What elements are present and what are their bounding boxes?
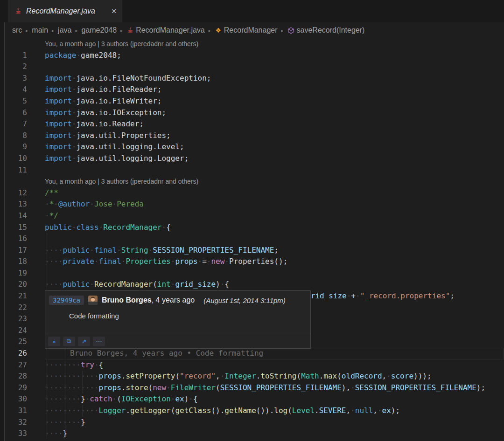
line-number[interactable]: 8	[0, 130, 45, 142]
code-line-12[interactable]: /**	[45, 187, 504, 199]
breadcrumb-item-main[interactable]: main	[32, 26, 48, 34]
breadcrumb-item-java[interactable]: java	[58, 26, 71, 34]
hover-commit-row: 32949ca Bruno Borges, 4 years ago (Augus…	[45, 291, 310, 305]
line-number[interactable]: 23	[0, 313, 45, 325]
breadcrumb-separator-icon: ▸	[120, 28, 123, 33]
code-line-20[interactable]: ····public·RecordManager(int·grid_size)·…	[45, 279, 504, 290]
code-line-15[interactable]: public·class·RecordManager·{	[45, 222, 504, 234]
open-commit-button[interactable]: ↗	[78, 337, 90, 346]
indent-guide	[65, 371, 65, 382]
line-number[interactable]: 17	[0, 245, 45, 256]
codelens-blame[interactable]: You, a month ago | 3 authors (jperedadnr…	[0, 38, 504, 50]
editor-row-31: 31············Logger.getLogger(getClass(…	[0, 405, 504, 417]
commit-hash-badge[interactable]: 32949ca	[49, 296, 84, 305]
line-number[interactable]: 6	[0, 107, 45, 119]
indent-guide	[83, 382, 83, 394]
code-editor[interactable]: You, a month ago | 3 authors (jperedadnr…	[0, 38, 504, 441]
code-line-3[interactable]: import·java.io.FileNotFoundException;	[45, 73, 504, 84]
line-number[interactable]: 25	[0, 336, 45, 348]
line-number[interactable]: 28	[0, 371, 45, 382]
line-number[interactable]: 24	[0, 325, 45, 337]
indent-guide	[65, 393, 65, 405]
editor-row-28: 28············props.setProperty("record"…	[0, 371, 504, 382]
code-line-18[interactable]: ····private·final·Properties·props·=·new…	[45, 256, 504, 268]
tab-bar: RecordManager.java ✕	[0, 0, 504, 22]
breadcrumb-item-saverecord-integer-[interactable]: saveRecord(Integer)	[287, 26, 365, 34]
code-line-2[interactable]	[45, 61, 504, 73]
editor-left-edge	[0, 22, 4, 441]
line-number[interactable]: 2	[0, 61, 45, 73]
code-line-19[interactable]	[45, 268, 504, 279]
line-number[interactable]: 1	[0, 50, 45, 62]
code-line-26[interactable]: Bruno Borges, 4 years ago • Code formatt…	[45, 348, 504, 359]
indent-guide	[65, 348, 65, 359]
code-line-28[interactable]: ············props.setProperty("record",·…	[45, 371, 504, 382]
code-line-31[interactable]: ············Logger.getLogger(getClass().…	[45, 405, 504, 417]
indent-guide	[47, 359, 47, 371]
code-line-16[interactable]	[45, 233, 504, 245]
line-number[interactable]: 22	[0, 302, 45, 314]
compare-commit-button[interactable]: ⧉	[63, 337, 75, 346]
code-line-17[interactable]: ····public·final·String·SESSION_PROPERTI…	[45, 245, 504, 256]
breadcrumb-separator-icon: ▸	[281, 28, 284, 33]
line-number[interactable]: 4	[0, 84, 45, 96]
line-number[interactable]: 33	[0, 428, 45, 440]
line-number[interactable]: 15	[0, 222, 45, 234]
editor-row-14: 14·*/	[0, 210, 504, 222]
line-number[interactable]: 7	[0, 118, 45, 130]
breadcrumb-separator-icon: ▸	[25, 28, 28, 33]
line-number[interactable]: 29	[0, 382, 45, 394]
indent-guide	[47, 371, 47, 382]
line-number[interactable]: 9	[0, 141, 45, 153]
line-number[interactable]: 13	[0, 199, 45, 210]
editor-row-32: 32········}	[0, 417, 504, 428]
line-number[interactable]: 26	[0, 348, 45, 359]
code-line-14[interactable]: ·*/	[45, 210, 504, 222]
line-number[interactable]: 12	[0, 187, 45, 199]
indent-guide	[47, 279, 47, 290]
codelens-blame[interactable]: You, a month ago | 3 authors (jperedadnr…	[0, 176, 504, 187]
editor-row-17: 17····public·final·String·SESSION_PROPER…	[0, 245, 504, 256]
tab-recordmanager[interactable]: RecordManager.java ✕	[8, 0, 122, 22]
line-number[interactable]: 11	[0, 165, 45, 176]
code-line-6[interactable]: import·java.io.IOException;	[45, 107, 504, 119]
line-number[interactable]: 16	[0, 233, 45, 245]
code-line-10[interactable]: import·java.util.logging.Logger;	[45, 153, 504, 165]
code-line-7[interactable]: import·java.io.Reader;	[45, 118, 504, 130]
breadcrumb-item-recordmanager[interactable]: ❖RecordManager	[215, 26, 278, 34]
code-line-29[interactable]: ············props.store(new·FileWriter(S…	[45, 382, 504, 394]
prev-revision-button[interactable]: «	[48, 337, 60, 346]
code-line-5[interactable]: import·java.io.FileWriter;	[45, 96, 504, 107]
indent-guide	[83, 371, 83, 382]
breadcrumb-label: src	[12, 26, 22, 34]
code-line-27[interactable]: ········try·{	[45, 359, 504, 371]
close-icon[interactable]: ✕	[111, 7, 117, 15]
breadcrumb-item-recordmanager-java[interactable]: RecordManager.java	[126, 26, 205, 34]
code-line-32[interactable]: ········}	[45, 417, 504, 428]
breadcrumb-item-game2048[interactable]: game2048	[81, 26, 117, 34]
line-number[interactable]: 19	[0, 268, 45, 279]
line-number[interactable]: 21	[0, 290, 45, 302]
line-number[interactable]: 3	[0, 73, 45, 84]
code-line-1[interactable]: package·game2048;	[45, 50, 504, 62]
line-number[interactable]: 10	[0, 153, 45, 165]
line-number[interactable]: 31	[0, 405, 45, 417]
code-line-9[interactable]: import·java.util.logging.Level;	[45, 141, 504, 153]
code-line-13[interactable]: ·*·@author·Jose·Pereda	[45, 199, 504, 210]
code-line-8[interactable]: import·java.util.Properties;	[45, 130, 504, 142]
line-number[interactable]: 14	[0, 210, 45, 222]
line-number[interactable]: 5	[0, 96, 45, 107]
code-line-33[interactable]: ····}	[45, 428, 504, 440]
more-actions-button[interactable]: ⋯	[93, 337, 105, 346]
code-line-11[interactable]	[45, 165, 504, 176]
breadcrumb-item-src[interactable]: src	[12, 26, 22, 34]
line-number[interactable]: 32	[0, 417, 45, 428]
line-number[interactable]: 18	[0, 256, 45, 268]
line-number[interactable]: 30	[0, 393, 45, 405]
code-line-30[interactable]: ········}·catch·(IOException·ex)·{	[45, 393, 504, 405]
indent-guide	[65, 359, 65, 371]
editor-row-12: 12/**	[0, 187, 504, 199]
line-number[interactable]: 27	[0, 359, 45, 371]
code-line-4[interactable]: import·java.io.FileReader;	[45, 84, 504, 96]
line-number[interactable]: 20	[0, 279, 45, 290]
